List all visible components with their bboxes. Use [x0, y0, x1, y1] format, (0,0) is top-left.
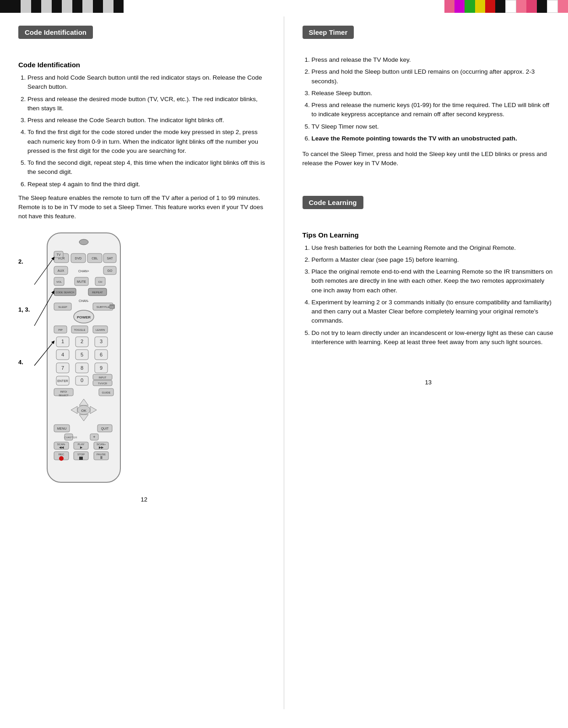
svg-text:MUTE: MUTE [77, 280, 86, 283]
svg-text:CHAPTER: CHAPTER [64, 436, 77, 439]
svg-text:9: 9 [100, 365, 103, 371]
svg-text:1: 1 [61, 339, 64, 344]
tip-3: Place the original remote end-to-end wit… [312, 267, 555, 295]
svg-text:5: 5 [81, 352, 83, 357]
remote-labels: 2. 1, 3. 4. [18, 231, 30, 366]
svg-text:⏸: ⏸ [99, 455, 103, 460]
tips-steps: Use fresh batteries for both the Learnin… [303, 243, 555, 347]
svg-text:MENU: MENU [57, 427, 67, 430]
label-4: 4. [18, 359, 30, 366]
svg-text:STOP: STOP [77, 453, 85, 456]
svg-text:GUIDE: GUIDE [102, 391, 111, 394]
step-1: Press and hold Code Search button until … [27, 73, 270, 92]
svg-text:SAT: SAT [107, 257, 114, 260]
svg-text:QUIT: QUIT [101, 427, 109, 431]
svg-text:CODE SEARCH: CODE SEARCH [56, 291, 74, 294]
svg-text:CC: CC [110, 306, 114, 308]
svg-text:+: + [93, 435, 96, 439]
svg-text:TV/VCR: TV/VCR [98, 382, 107, 385]
code-identification-title: Code Identification [18, 61, 270, 69]
svg-text:8: 8 [81, 365, 83, 371]
svg-text:2: 2 [81, 339, 83, 344]
svg-text:INFO/: INFO/ [60, 390, 67, 393]
svg-text:INPUT: INPUT [99, 376, 107, 379]
svg-rect-102 [79, 457, 83, 460]
step-4: To find the first digit for the code sto… [27, 128, 270, 156]
svg-text:VOL: VOL [56, 280, 62, 283]
svg-text:◀◀: ◀◀ [59, 446, 64, 449]
page-number-left: 12 [18, 496, 270, 503]
sleep-step-1: Press and release the TV Mode key. [312, 55, 555, 65]
svg-text:AUX: AUX [58, 269, 65, 272]
svg-point-1 [79, 239, 88, 245]
svg-text:6: 6 [100, 352, 103, 357]
svg-text:POWER: POWER [77, 315, 91, 319]
svg-text:CBL: CBL [92, 257, 98, 260]
code-learning-header: Code Learning [303, 196, 363, 209]
sleep-step-2: Press and hold the Sleep button until LE… [312, 67, 555, 86]
sleep-timer-header: Sleep Timer [303, 26, 354, 39]
remote-image: VCR DVD CBL TV SAT AUX CHAN+ GO [33, 231, 134, 487]
svg-text:CH: CH [98, 280, 103, 283]
svg-text:GO: GO [108, 269, 113, 272]
step-6: Repeat step 4 again to find the third di… [27, 180, 270, 189]
svg-text:ENTER: ENTER [57, 379, 68, 383]
svg-text:SLEEP: SLEEP [59, 306, 67, 308]
code-identification-header-wrapper: Code Identification [18, 26, 270, 47]
svg-text:▶▶: ▶▶ [99, 446, 104, 449]
svg-text:CHAN-: CHAN- [79, 299, 89, 302]
page-number-right: 13 [303, 351, 555, 386]
label-1-3: 1, 3. [18, 306, 30, 313]
svg-text:CHAN+: CHAN+ [78, 270, 89, 273]
code-identification-header: Code Identification [18, 26, 93, 39]
svg-text:LEARN: LEARN [96, 329, 105, 331]
tip-2: Perform a Master clear (see page 15) bef… [312, 255, 555, 264]
svg-text:REC: REC [59, 453, 65, 456]
svg-text:SUBTITLE: SUBTITLE [97, 306, 110, 308]
label-2: 2. [18, 258, 30, 265]
code-learning-header-wrapper: Code Learning [303, 196, 555, 217]
svg-text:7: 7 [61, 365, 64, 371]
left-column: Code Identification Code Identification … [0, 16, 284, 709]
step-3: Press and release the Code Search button… [27, 116, 270, 125]
svg-text:TOGGLE: TOGGLE [74, 329, 86, 331]
tips-on-learning-title: Tips On Learning [303, 231, 555, 239]
svg-text:4: 4 [61, 352, 64, 357]
svg-text:3: 3 [100, 339, 103, 344]
svg-text:REPEAT: REPEAT [92, 291, 103, 294]
right-column: Sleep Timer Press and release the TV Mod… [284, 16, 568, 709]
svg-text:0: 0 [81, 377, 83, 383]
tip-5: Do not try to learn directly under an in… [312, 329, 555, 347]
sleep-timer-steps: Press and release the TV Mode key. Press… [303, 55, 555, 143]
tip-4: Experiment by learning 2 or 3 commands i… [312, 298, 555, 326]
tip-1: Use fresh batteries for both the Learnin… [312, 243, 555, 253]
sleep-cancel-body: To cancel the Sleep Timer, press and hol… [303, 150, 555, 168]
code-learning-section: Code Learning Tips On Learning Use fresh… [303, 196, 555, 347]
svg-text:SELECT: SELECT [59, 394, 69, 397]
step-2: Press and release the desired mode butto… [27, 95, 270, 113]
svg-text:TV: TV [57, 253, 61, 256]
code-identification-steps: Press and hold Code Search button until … [18, 73, 270, 189]
sleep-step-6: Leave the Remote pointing towards the TV… [312, 134, 555, 143]
svg-text:DVD: DVD [75, 257, 82, 260]
sleep-timer-section: Sleep Timer Press and release the TV Mod… [303, 26, 555, 168]
remote-diagram: 2. 1, 3. 4. VCR DVD CBL TV [18, 231, 270, 487]
svg-point-99 [59, 456, 64, 461]
sleep-step-3: Release Sleep button. [312, 89, 555, 98]
svg-text:PIP: PIP [58, 329, 63, 331]
sleep-step-5: TV Sleep Timer now set. [312, 122, 555, 131]
sleep-step-4: Press and release the numeric keys (01-9… [312, 101, 555, 119]
step-5: To find the second digit, repeat step 4,… [27, 158, 270, 177]
sleep-timer-header-wrapper: Sleep Timer [303, 26, 555, 47]
svg-text:OK: OK [81, 409, 87, 413]
sleep-feature-body: The Sleep feature enables the remote to … [18, 194, 270, 221]
